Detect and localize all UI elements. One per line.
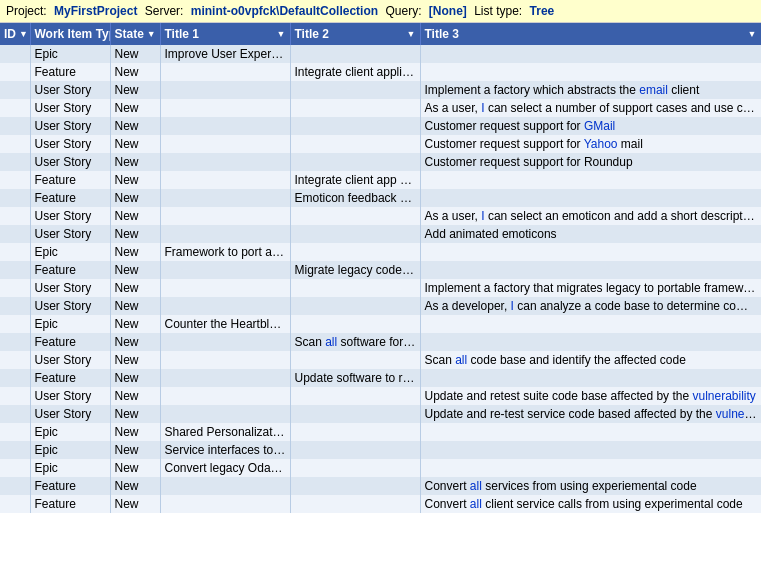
- cell-title3: Implement a factory that migrates legacy…: [420, 279, 761, 297]
- table-row[interactable]: FeatureNewEmoticon feedback enabled in c…: [0, 189, 761, 207]
- cell-type: Epic: [30, 45, 110, 63]
- cell-title1: [160, 189, 290, 207]
- cell-title1: [160, 387, 290, 405]
- col-header-t2[interactable]: Title 2 ▼: [290, 23, 420, 45]
- table-row[interactable]: User StoryNewUpdate and retest suite cod…: [0, 387, 761, 405]
- cell-type: User Story: [30, 351, 110, 369]
- table-row[interactable]: User StoryNewAs a user, I can select an …: [0, 207, 761, 225]
- table-row[interactable]: FeatureNewUpdate software to resolve the…: [0, 369, 761, 387]
- cell-title2: Migrate legacy code to portable framewor…: [290, 261, 420, 279]
- cell-title3: Scan all code base and identify the affe…: [420, 351, 761, 369]
- cell-id: [0, 297, 30, 315]
- table-row[interactable]: EpicNewImprove User Experience: [0, 45, 761, 63]
- table-row[interactable]: EpicNewCounter the Heartbleed web securi…: [0, 315, 761, 333]
- table-row[interactable]: User StoryNewImplement a factory that mi…: [0, 279, 761, 297]
- sort-icon-t1: ▼: [277, 29, 286, 39]
- cell-status: New: [110, 387, 160, 405]
- cell-title3: Convert all client service calls from us…: [420, 495, 761, 513]
- sort-icon-id: ▼: [19, 29, 28, 39]
- cell-id: [0, 315, 30, 333]
- cell-title2: [290, 315, 420, 333]
- cell-title3: [420, 333, 761, 351]
- cell-title2: [290, 441, 420, 459]
- table-row[interactable]: User StoryNewAs a developer, I can analy…: [0, 297, 761, 315]
- table-row[interactable]: FeatureNewConvert all services from usin…: [0, 477, 761, 495]
- cell-title1: Convert legacy Odata service interfactes…: [160, 459, 290, 477]
- cell-title2: Integrate client application with popula…: [290, 63, 420, 81]
- cell-title2: [290, 297, 420, 315]
- cell-title3: [420, 261, 761, 279]
- cell-title1: Service interfaces to support REST API: [160, 441, 290, 459]
- table-row[interactable]: User StoryNewAs a user, I can select a n…: [0, 99, 761, 117]
- table-row[interactable]: EpicNewShared Personalization and state: [0, 423, 761, 441]
- table-row[interactable]: FeatureNewIntegrate client app with IM c…: [0, 171, 761, 189]
- cell-type: Epic: [30, 441, 110, 459]
- table-row[interactable]: User StoryNewCustomer request support fo…: [0, 153, 761, 171]
- col-t1-label: Title 1: [165, 27, 199, 41]
- col-header-status[interactable]: State ▼: [110, 23, 160, 45]
- col-header-t3[interactable]: Title 3 ▼: [420, 23, 761, 45]
- cell-id: [0, 243, 30, 261]
- cell-type: Epic: [30, 459, 110, 477]
- table-row[interactable]: User StoryNewCustomer request support fo…: [0, 117, 761, 135]
- cell-type: Epic: [30, 243, 110, 261]
- project-value: MyFirstProject: [54, 4, 137, 18]
- cell-id: [0, 477, 30, 495]
- table-row[interactable]: FeatureNewScan all software for the Open…: [0, 333, 761, 351]
- table-row[interactable]: User StoryNewAdd animated emoticons: [0, 225, 761, 243]
- cell-status: New: [110, 45, 160, 63]
- cell-title1: [160, 333, 290, 351]
- cell-title1: [160, 153, 290, 171]
- cell-status: New: [110, 261, 160, 279]
- cell-status: New: [110, 297, 160, 315]
- cell-title2: Scan all software for the Open SLL crypt…: [290, 333, 420, 351]
- cell-type: User Story: [30, 135, 110, 153]
- table-row[interactable]: FeatureNewMigrate legacy code to portabl…: [0, 261, 761, 279]
- table-row[interactable]: EpicNewConvert legacy Odata service inte…: [0, 459, 761, 477]
- cell-type: User Story: [30, 279, 110, 297]
- cell-type: User Story: [30, 297, 110, 315]
- cell-title1: [160, 477, 290, 495]
- cell-title2: [290, 243, 420, 261]
- table-row[interactable]: FeatureNewIntegrate client application w…: [0, 63, 761, 81]
- cell-status: New: [110, 117, 160, 135]
- cell-status: New: [110, 63, 160, 81]
- col-header-id[interactable]: ID ▼: [0, 23, 30, 45]
- cell-title2: [290, 225, 420, 243]
- table-row[interactable]: User StoryNewUpdate and re-test service …: [0, 405, 761, 423]
- col-id-label: ID: [4, 27, 16, 41]
- listtype-value: Tree: [530, 4, 555, 18]
- cell-title3: Convert all services from using experiem…: [420, 477, 761, 495]
- cell-title3: Add animated emoticons: [420, 225, 761, 243]
- cell-type: Epic: [30, 315, 110, 333]
- sort-icon-status: ▼: [147, 29, 156, 39]
- table-row[interactable]: FeatureNewConvert all client service cal…: [0, 495, 761, 513]
- cell-title2: [290, 495, 420, 513]
- cell-status: New: [110, 99, 160, 117]
- cell-id: [0, 63, 30, 81]
- table-row[interactable]: User StoryNewImplement a factory which a…: [0, 81, 761, 99]
- cell-title3: Customer request support for GMail: [420, 117, 761, 135]
- cell-status: New: [110, 459, 160, 477]
- table-row[interactable]: User StoryNewCustomer request support fo…: [0, 135, 761, 153]
- cell-status: New: [110, 189, 160, 207]
- cell-id: [0, 171, 30, 189]
- table-row[interactable]: User StoryNewScan all code base and iden…: [0, 351, 761, 369]
- table-row[interactable]: EpicNewService interfaces to support RES…: [0, 441, 761, 459]
- cell-type: User Story: [30, 117, 110, 135]
- cell-title3: [420, 423, 761, 441]
- col-header-type[interactable]: Work Item Type ▼: [30, 23, 110, 45]
- query-value: [None]: [429, 4, 467, 18]
- cell-type: Feature: [30, 189, 110, 207]
- cell-status: New: [110, 135, 160, 153]
- cell-id: [0, 99, 30, 117]
- cell-title1: Counter the Heartbleed web security bug: [160, 315, 290, 333]
- cell-id: [0, 117, 30, 135]
- col-header-t1[interactable]: Title 1 ▼: [160, 23, 290, 45]
- cell-status: New: [110, 333, 160, 351]
- cell-title1: Shared Personalization and state: [160, 423, 290, 441]
- table-row[interactable]: EpicNewFramework to port applications to…: [0, 243, 761, 261]
- cell-title2: [290, 387, 420, 405]
- cell-title3: [420, 63, 761, 81]
- cell-title3: [420, 441, 761, 459]
